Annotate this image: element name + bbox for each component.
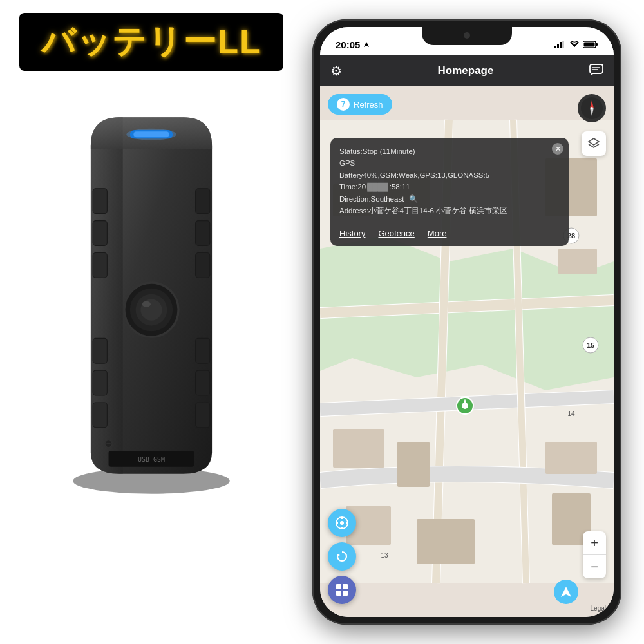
svg-point-58 (462, 402, 468, 409)
layers-icon (587, 137, 600, 150)
svg-rect-46 (417, 519, 475, 564)
wifi-icon (569, 41, 580, 48)
status-icons (554, 41, 598, 48)
svg-rect-28 (560, 42, 562, 48)
svg-text:15: 15 (587, 341, 594, 349)
svg-rect-12 (196, 402, 210, 428)
status-time: 20:05 (336, 39, 370, 50)
location-arrow-icon (363, 41, 370, 48)
svg-rect-5 (93, 370, 107, 395)
svg-rect-29 (562, 41, 564, 48)
refresh-button[interactable]: 7 Refresh (328, 94, 392, 115)
refresh-icon (335, 549, 349, 564)
svg-rect-32 (584, 43, 595, 47)
locate-button[interactable] (328, 509, 356, 537)
svg-rect-69 (336, 591, 341, 596)
grid-button[interactable] (328, 576, 356, 604)
battery-label-box: バッテリーLL (19, 13, 283, 71)
more-link[interactable]: More (428, 229, 447, 238)
svg-text:13: 13 (381, 552, 388, 559)
info-popup: ✕ Status:Stop (11Minute) GPS Battery40%,… (330, 138, 569, 246)
phone-frame: 20:05 (312, 19, 621, 625)
message-icon[interactable] (589, 64, 603, 79)
battery-line: Battery40%,GSM:Weak,GPS:13,GLONASS:5 (339, 169, 560, 181)
direction-search-icon: 🔍 (409, 195, 418, 203)
layers-button[interactable] (582, 131, 606, 156)
svg-point-61 (340, 521, 344, 525)
navigation-button[interactable] (554, 580, 578, 604)
time-line: Time:20████:58:11 (339, 181, 560, 193)
time-blurred: ████ (367, 183, 388, 191)
battery-icon (583, 41, 598, 48)
svg-rect-2 (93, 221, 107, 246)
signal-icon (554, 41, 566, 48)
svg-point-15 (126, 129, 176, 140)
svg-rect-6 (93, 402, 107, 428)
app-header: ⚙ Homepage (320, 55, 614, 86)
bottom-left-controls (328, 509, 356, 604)
svg-rect-42 (397, 442, 430, 487)
chat-icon (589, 64, 603, 75)
zoom-out-button[interactable]: − (583, 555, 606, 578)
zoom-in-button[interactable]: + (583, 531, 606, 554)
status-line: Status:Stop (11Minute) (339, 146, 560, 157)
svg-rect-43 (545, 442, 597, 474)
svg-marker-25 (364, 42, 369, 47)
navigate-icon (560, 585, 573, 598)
svg-text:USB  GSM: USB GSM (138, 456, 165, 463)
time-display: 20:05 (336, 39, 360, 50)
svg-rect-26 (554, 46, 556, 48)
svg-rect-1 (93, 189, 107, 214)
address-line: Address:小菅ケ谷4丁目14-6 小菅ケ谷 横浜市栄区 (339, 205, 560, 216)
svg-rect-8 (196, 221, 210, 246)
refresh-count: 7 (337, 98, 350, 111)
settings-icon[interactable]: ⚙ (330, 63, 342, 79)
svg-rect-68 (343, 584, 348, 589)
refresh-location-button[interactable] (328, 542, 356, 571)
compass-button[interactable] (578, 94, 606, 122)
svg-rect-4 (93, 338, 107, 363)
device-image: USB GSM (29, 84, 274, 522)
popup-info: Status:Stop (11Minute) GPS Battery40%,GS… (339, 146, 560, 216)
svg-rect-9 (196, 253, 210, 278)
compass-icon (580, 97, 603, 120)
gps-line: GPS (339, 157, 560, 169)
popup-close-button[interactable]: ✕ (552, 143, 564, 155)
svg-marker-66 (337, 554, 340, 556)
phone-screen: 20:05 (320, 27, 614, 617)
battery-label-text: バッテリーLL (32, 19, 270, 64)
right-panel: 20:05 (303, 13, 631, 631)
target-icon (335, 516, 349, 530)
svg-rect-3 (93, 253, 107, 278)
refresh-label: Refresh (354, 100, 383, 109)
svg-rect-11 (196, 370, 210, 395)
svg-point-20 (142, 301, 151, 307)
zoom-controls: + − (583, 531, 606, 578)
left-panel: バッテリーLL (13, 13, 290, 631)
svg-rect-7 (196, 189, 210, 214)
grid-icon (335, 583, 349, 597)
svg-marker-71 (561, 587, 571, 597)
svg-rect-70 (343, 591, 348, 596)
svg-rect-41 (333, 429, 384, 468)
legal-text: Legal (591, 605, 606, 612)
map-area: 28 15 14 13 7 Refresh (320, 86, 614, 617)
popup-actions: History Geofence More (339, 223, 560, 238)
history-link[interactable]: History (339, 229, 365, 238)
direction-line: Direction:Southeast 🔍 (339, 193, 560, 205)
map-controls-right (582, 131, 606, 156)
svg-rect-27 (557, 44, 559, 48)
svg-rect-33 (590, 64, 603, 73)
device-svg: USB GSM (48, 103, 254, 502)
svg-text:14: 14 (567, 410, 575, 417)
svg-point-56 (591, 107, 593, 109)
svg-rect-40 (558, 249, 597, 274)
svg-rect-10 (196, 338, 210, 363)
geofence-link[interactable]: Geofence (378, 229, 414, 238)
svg-rect-31 (596, 43, 598, 46)
header-title: Homepage (438, 64, 494, 77)
gps-marker (455, 396, 475, 415)
svg-rect-67 (336, 584, 341, 589)
phone-notch (422, 27, 512, 45)
location-marker-icon (455, 396, 475, 415)
